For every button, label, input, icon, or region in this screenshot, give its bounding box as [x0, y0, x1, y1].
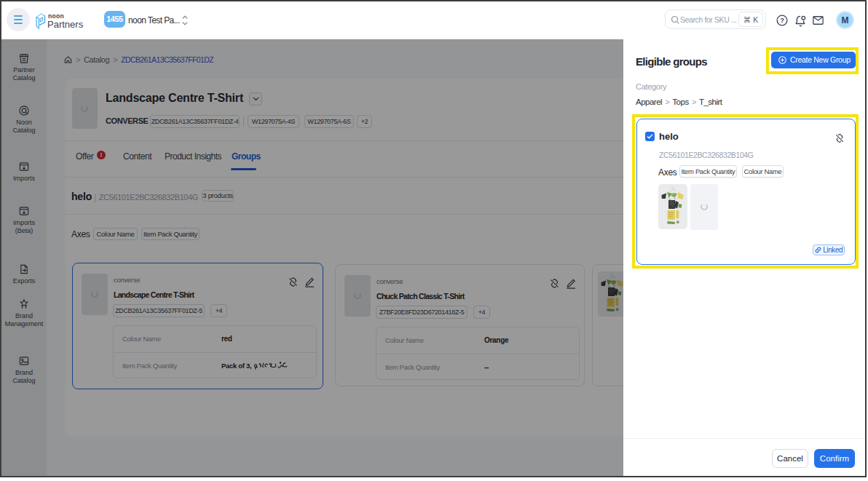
- svg-text:?: ?: [780, 16, 784, 24]
